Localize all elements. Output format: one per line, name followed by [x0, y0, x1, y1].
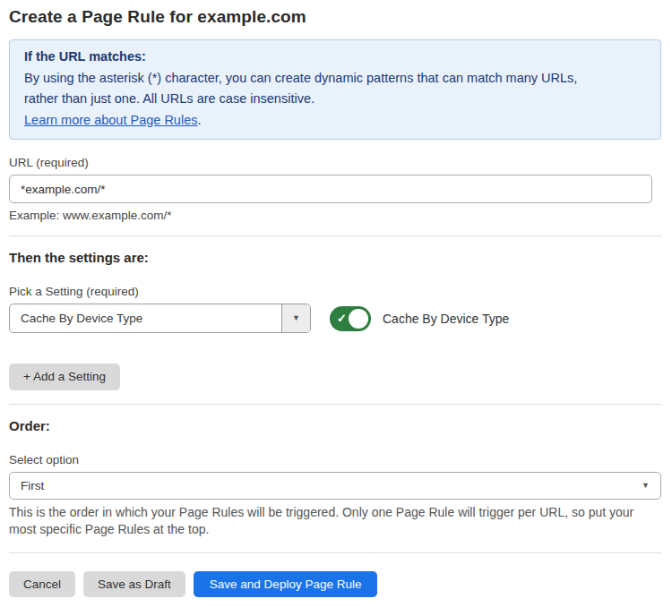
order-select[interactable]: First ▼ — [9, 472, 661, 500]
info-box-body-line-2: rather than just one. All URLs are case … — [24, 89, 646, 110]
order-select-label: Select option — [9, 453, 661, 466]
setting-select[interactable]: Cache By Device Type ▼ — [9, 304, 311, 333]
save-deploy-button[interactable]: Save and Deploy Page Rule — [194, 571, 378, 598]
order-helper-line-1: This is the order in which your Page Rul… — [9, 504, 661, 522]
setting-row: Cache By Device Type ▼ ✓ Cache By Device… — [9, 304, 661, 333]
order-top-divider — [9, 404, 661, 405]
chevron-down-icon: ▼ — [292, 314, 300, 322]
url-match-info-box: If the URL matches: By using the asteris… — [9, 39, 661, 140]
footer-divider — [9, 552, 661, 553]
info-box-heading: If the URL matches: — [24, 47, 646, 68]
setting-select-value: Cache By Device Type — [10, 304, 281, 332]
cache-by-device-type-toggle[interactable]: ✓ — [330, 306, 371, 331]
order-helper: This is the order in which your Page Rul… — [9, 504, 661, 539]
page-title: Create a Page Rule for example.com — [9, 7, 661, 27]
add-setting-button[interactable]: + Add a Setting — [9, 364, 120, 390]
check-icon: ✓ — [337, 312, 347, 323]
toggle-knob — [349, 309, 368, 329]
save-draft-button[interactable]: Save as Draft — [83, 571, 185, 598]
page-rule-form: Create a Page Rule for example.com If th… — [0, 0, 672, 616]
learn-more-link[interactable]: Learn more about Page Rules — [24, 113, 197, 127]
url-helper: Example: www.example.com/* — [9, 209, 661, 222]
footer-actions: Cancel Save as Draft Save and Deploy Pag… — [9, 571, 661, 598]
url-label: URL (required) — [9, 156, 661, 169]
url-input[interactable] — [9, 175, 652, 203]
toggle-label: Cache By Device Type — [383, 312, 509, 326]
settings-heading: Then the settings are: — [9, 250, 661, 265]
info-box-link-line: Learn more about Page Rules. — [24, 110, 646, 132]
order-select-arrow: ▼ — [642, 473, 660, 499]
info-box-body-line-1: By using the asterisk (*) character, you… — [24, 68, 646, 90]
order-helper-line-2: most specific Page Rules at the top. — [9, 521, 661, 539]
chevron-down-icon: ▼ — [642, 482, 650, 490]
order-select-value: First — [10, 473, 642, 499]
cancel-button[interactable]: Cancel — [9, 571, 75, 598]
pick-setting-label: Pick a Setting (required) — [9, 285, 661, 298]
setting-select-arrow-button[interactable]: ▼ — [281, 304, 310, 332]
settings-top-divider — [9, 235, 661, 236]
order-heading: Order: — [9, 418, 661, 433]
link-period: . — [197, 113, 201, 127]
